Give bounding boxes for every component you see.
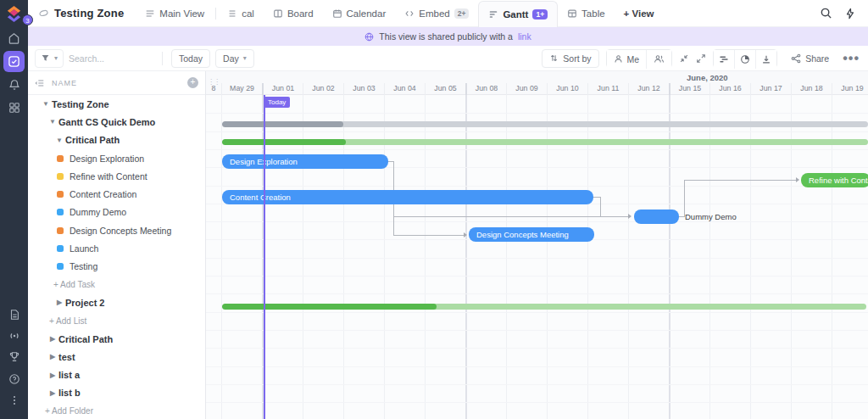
share-button[interactable]: Share xyxy=(784,49,836,68)
expand-icon[interactable] xyxy=(696,53,706,64)
chevron-down-icon: ▾ xyxy=(54,54,58,62)
item-label: Critical Path xyxy=(58,334,113,344)
pulse-icon[interactable] xyxy=(3,325,25,346)
tree-item-gantt-cs-quick-demo[interactable]: ▼Gantt CS Quick Demo xyxy=(28,113,205,131)
tab-gantt[interactable]: Gantt 1+ xyxy=(478,1,558,27)
gantt-canvas: TodayDesign ExplorationRefine with Conte… xyxy=(206,95,868,419)
item-label: Gantt CS Quick Demo xyxy=(58,117,155,127)
top-bar: Testing Zone Main View cal Board Calenda… xyxy=(28,0,868,27)
bar-design-exploration[interactable]: Design Exploration xyxy=(222,154,388,169)
tab-main-view[interactable]: Main View xyxy=(136,0,214,27)
tree-item-critical-path[interactable]: ▼Critical Path xyxy=(28,131,205,149)
tab-table[interactable]: Table xyxy=(558,0,615,27)
day-header-jun-03: Jun 03 xyxy=(343,83,384,95)
row-gridline xyxy=(206,131,868,132)
goals-trophy-icon[interactable] xyxy=(3,346,25,367)
sort-by-button[interactable]: Sort by xyxy=(542,49,598,68)
chevron-down-icon[interactable]: ▼ xyxy=(53,137,65,144)
row-gridline xyxy=(206,149,868,150)
tab-calendar[interactable]: Calendar xyxy=(323,0,396,27)
today-button[interactable]: Today xyxy=(171,49,210,68)
add-view-button[interactable]: + View xyxy=(615,0,664,27)
today-badge[interactable]: Today xyxy=(264,97,290,108)
chevron-right-icon[interactable]: ▶ xyxy=(47,353,58,360)
tree-item-testing[interactable]: Testing xyxy=(28,258,205,276)
home-icon[interactable] xyxy=(3,28,25,49)
tree-item-dummy-demo[interactable]: Dummy Demo xyxy=(28,204,205,221)
apps-grid-icon[interactable] xyxy=(3,97,25,118)
item-label: list b xyxy=(58,388,81,398)
percent-progress-icon[interactable] xyxy=(734,50,755,69)
tree-item-refine-with-content[interactable]: Refine with Content xyxy=(28,167,205,185)
export-download-icon[interactable] xyxy=(755,50,776,69)
gantt-toolbar: ▾ Search... Today Day ▾ Sort by Me xyxy=(28,46,868,71)
summary-critical-path[interactable] xyxy=(222,139,868,145)
assignees-button[interactable] xyxy=(646,50,671,69)
add-item--add-list[interactable]: + Add List xyxy=(28,312,205,330)
globe-icon xyxy=(364,32,374,42)
tree-item-design-exploration[interactable]: Design Exploration xyxy=(28,149,205,167)
filter-button[interactable]: ▾ xyxy=(35,49,64,68)
chevron-right-icon[interactable]: ▶ xyxy=(53,299,65,306)
dependency-line xyxy=(600,197,601,216)
banner-link[interactable]: link xyxy=(518,31,531,42)
bar-refine-with-content[interactable]: Refine with Content xyxy=(801,173,868,187)
summary-gantt-cs-quick-demo[interactable] xyxy=(222,121,868,127)
task-tree: ▼Testing Zone▼Gantt CS Quick Demo▼Critic… xyxy=(28,95,205,419)
add-row-button[interactable]: + xyxy=(187,77,198,88)
search-icon[interactable] xyxy=(820,7,832,20)
day-header-jun-05: Jun 05 xyxy=(425,83,465,95)
notifications-bell-icon[interactable] xyxy=(3,74,25,95)
collapse-icon[interactable] xyxy=(679,53,689,64)
item-label: list a xyxy=(58,370,80,380)
summary-project-2[interactable] xyxy=(222,304,866,310)
collapse-sidebar-icon[interactable] xyxy=(35,78,45,88)
more-kebab-icon[interactable] xyxy=(3,389,25,411)
bar-content-creation[interactable]: Content Creation xyxy=(222,190,593,204)
chevron-right-icon[interactable]: ▶ xyxy=(47,389,58,397)
gantt-timeline-header: ⋮⋮ June, 2020 8May 29Jun 01Jun 02Jun 03J… xyxy=(206,71,868,95)
chevron-right-icon[interactable]: ▶ xyxy=(47,335,58,343)
tree-item-list-a[interactable]: ▶list a xyxy=(28,366,205,383)
summary-critical-path-progress xyxy=(222,139,346,145)
cascade-view-icon[interactable] xyxy=(714,50,734,69)
add-item--add-folder[interactable]: + Add Folder xyxy=(28,402,205,419)
tree-item-list-b[interactable]: ▶list b xyxy=(28,384,205,402)
chevron-down-icon[interactable]: ▼ xyxy=(47,118,58,126)
tree-item-critical-path[interactable]: ▶Critical Path xyxy=(28,330,205,348)
row-gridline xyxy=(206,113,868,114)
add-item--add-task[interactable]: + Add Task xyxy=(28,276,205,293)
task-list-sidebar: NAME + ▼Testing Zone▼Gantt CS Quick Demo… xyxy=(28,71,206,419)
public-share-banner: This view is shared publicly with a link xyxy=(28,27,868,46)
board-icon xyxy=(273,8,283,19)
chevron-right-icon[interactable]: ▶ xyxy=(47,372,58,379)
dependency-line xyxy=(684,180,685,216)
range-select[interactable]: Day ▾ xyxy=(215,49,254,68)
clickup-logo[interactable]: 3 xyxy=(4,4,24,24)
search-input[interactable]: Search... xyxy=(69,53,153,64)
bar-label: Content Creation xyxy=(230,193,291,202)
tree-item-launch[interactable]: Launch xyxy=(28,239,205,257)
bar-dummy-demo[interactable] xyxy=(634,210,679,224)
docs-icon[interactable] xyxy=(3,304,25,325)
me-filter-button[interactable]: Me xyxy=(607,50,647,69)
item-label: + Add List xyxy=(49,316,86,326)
tab-embed[interactable]: Embed 2+ xyxy=(395,0,478,27)
tree-item-content-creation[interactable]: Content Creation xyxy=(28,185,205,203)
more-options-icon[interactable]: ••• xyxy=(843,51,860,66)
tab-cal[interactable]: cal xyxy=(218,0,264,27)
automation-lightning-icon[interactable] xyxy=(844,8,856,20)
day-header-jun-02: Jun 02 xyxy=(303,83,343,95)
tree-item-testing-zone[interactable]: ▼Testing Zone xyxy=(28,95,205,113)
tree-item-project-2[interactable]: ▶Project 2 xyxy=(28,293,205,311)
item-label: Design Exploration xyxy=(70,154,144,164)
tree-item-design-concepts-meeting[interactable]: Design Concepts Meeting xyxy=(28,221,205,239)
chevron-down-icon[interactable]: ▼ xyxy=(40,100,52,108)
tree-item-test[interactable]: ▶test xyxy=(28,348,205,366)
dependency-line xyxy=(679,216,685,217)
tab-board[interactable]: Board xyxy=(264,0,323,27)
tasks-icon[interactable] xyxy=(3,51,25,72)
today-marker-line xyxy=(264,95,265,419)
bar-design-concepts-meeting[interactable]: Design Concepts Meeting xyxy=(469,227,594,242)
help-icon[interactable] xyxy=(3,368,25,389)
